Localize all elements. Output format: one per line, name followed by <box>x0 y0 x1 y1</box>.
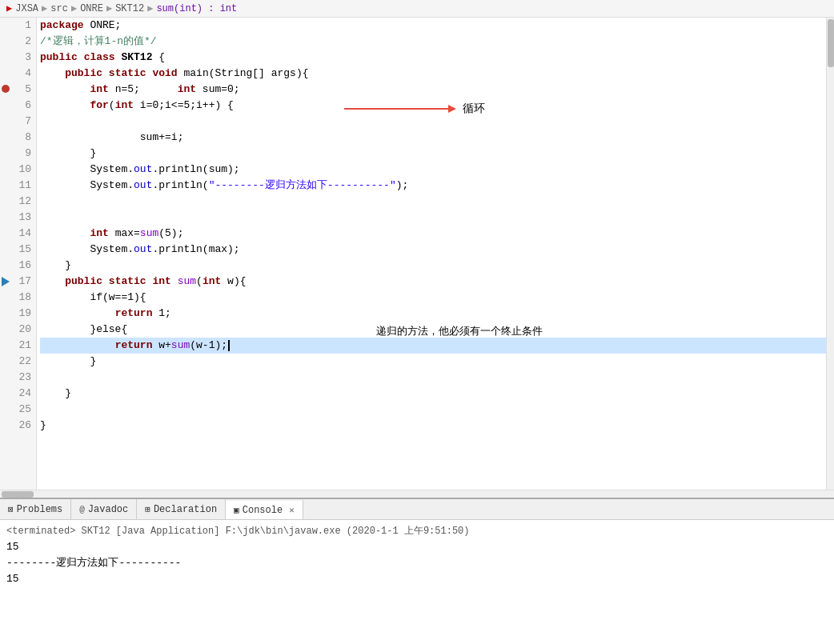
console-output: <terminated> SKT12 [Java Application] F:… <box>0 520 834 644</box>
code-line-4: public static void main(String[] args){ <box>40 66 826 82</box>
current-line-marker <box>2 277 10 286</box>
code-line-6: for(int i=0;i<=5;i++) { 循环 <box>40 98 826 114</box>
code-line-17: public static int sum(int w){ <box>40 274 826 290</box>
code-line-13 <box>40 210 826 226</box>
console-output-line-1: 15 <box>6 539 828 555</box>
code-line-1: package ONRE; <box>40 18 826 34</box>
editor-area: 1 2 3 4 5 6 7 8 9 10 11 12 13 14 15 16 1… <box>0 18 834 498</box>
tab-problems[interactable]: ⊠ Problems <box>0 499 71 519</box>
code-line-18: if(w==1){ <box>40 290 826 306</box>
bottom-panel: ⊠ Problems @ Javadoc ⊞ Declaration ▣ Con… <box>0 498 834 644</box>
code-line-14: int max=sum(5); <box>40 226 826 242</box>
line-numbers: 1 2 3 4 5 6 7 8 9 10 11 12 13 14 15 16 1… <box>11 18 37 490</box>
code-line-2: /*逻辑，计算1-n的值*/ <box>40 34 826 50</box>
code-line-25 <box>40 402 826 418</box>
javadoc-icon: @ <box>79 505 85 514</box>
tab-console-label: Console <box>243 505 283 516</box>
breadcrumb-src[interactable]: src <box>50 3 68 14</box>
bottom-tabs: ⊠ Problems @ Javadoc ⊞ Declaration ▣ Con… <box>0 499 834 520</box>
tab-declaration-label: Declaration <box>154 504 217 515</box>
code-line-24: } <box>40 386 826 402</box>
code-line-16: } <box>40 258 826 274</box>
breadcrumb-skt12[interactable]: SKT12 <box>115 3 144 14</box>
code-line-5: int n=5; int sum=0; <box>40 82 826 98</box>
code-line-8: sum+=i; <box>40 130 826 146</box>
horizontal-scrollbar[interactable] <box>0 490 834 498</box>
scroll-thumb[interactable] <box>828 19 834 67</box>
breadcrumb-jxsa[interactable]: JXSA <box>15 3 38 14</box>
code-line-21: return w+sum(w-1); <box>40 338 826 354</box>
code-editor[interactable]: package ONRE; /*逻辑，计算1-n的值*/ public clas… <box>37 18 826 490</box>
tab-console[interactable]: ▣ Console ✕ <box>226 499 303 519</box>
code-line-7 <box>40 114 826 130</box>
vertical-scrollbar[interactable] <box>826 18 834 490</box>
code-line-11: System.out.println("--------逻归方法如下------… <box>40 178 826 194</box>
breadcrumb-onre[interactable]: ONRE <box>80 3 103 14</box>
console-close-button[interactable]: ✕ <box>289 505 295 515</box>
console-terminated-line: <terminated> SKT12 [Java Application] F:… <box>6 523 828 539</box>
tab-problems-label: Problems <box>17 504 63 515</box>
code-line-15: System.out.println(max); <box>40 242 826 258</box>
code-line-23 <box>40 370 826 386</box>
console-icon: ▣ <box>234 505 239 515</box>
tab-javadoc-label: Javadoc <box>88 504 128 515</box>
code-line-26: } <box>40 418 826 434</box>
code-line-3: public class SKT12 { <box>40 50 826 66</box>
console-output-line-3: 15 <box>6 571 828 587</box>
problems-icon: ⊠ <box>8 504 14 514</box>
gutter <box>0 18 11 490</box>
declaration-icon: ⊞ <box>145 504 150 514</box>
breakpoint-marker <box>2 85 10 93</box>
recursion-annotation: 递归的方法，他必须有一个终止条件 <box>376 323 543 339</box>
breadcrumb: ▶ JXSA ▶ src ▶ ONRE ▶ SKT12 ▶ sum(int) :… <box>0 0 834 18</box>
code-line-9: } <box>40 146 826 162</box>
console-output-line-2: --------逻归方法如下---------- <box>6 555 828 571</box>
tab-declaration[interactable]: ⊞ Declaration <box>137 499 226 519</box>
code-line-20: }else{ 递归的方法，他必须有一个终止条件 <box>40 322 826 338</box>
breadcrumb-method[interactable]: sum(int) : int <box>156 3 237 14</box>
tab-javadoc[interactable]: @ Javadoc <box>71 499 137 519</box>
code-line-12 <box>40 194 826 210</box>
breadcrumb-icon: ▶ <box>6 2 12 14</box>
code-line-22: } <box>40 354 826 370</box>
code-line-10: System.out.println(sum); <box>40 162 826 178</box>
code-line-19: return 1; <box>40 306 826 322</box>
